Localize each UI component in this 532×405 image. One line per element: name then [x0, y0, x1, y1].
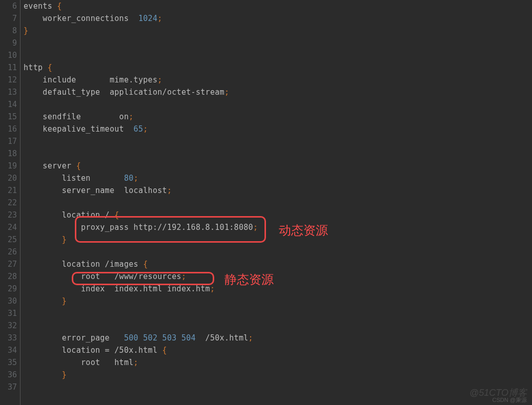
line-number: 30: [0, 295, 17, 307]
code-line: [24, 37, 532, 49]
code-line: }: [24, 295, 532, 307]
line-number: 10: [0, 49, 17, 61]
line-number: 22: [0, 197, 17, 209]
line-number: 13: [0, 86, 17, 98]
code-line: [24, 246, 532, 258]
line-number: 17: [0, 135, 17, 147]
code-line: location /images {: [24, 258, 532, 270]
code-line: [24, 147, 532, 160]
line-number: 9: [0, 37, 17, 49]
line-number: 29: [0, 283, 17, 295]
code-area[interactable]: events { worker_connections 1024; } http…: [21, 0, 532, 405]
code-line: default_type application/octet-stream;: [24, 86, 532, 98]
code-line: }: [24, 25, 532, 37]
code-line: [24, 381, 532, 393]
line-number: 26: [0, 246, 17, 258]
code-line: index index.html index.htm;: [24, 283, 532, 295]
code-line: worker_connections 1024;: [24, 12, 532, 25]
code-line: [24, 49, 532, 61]
line-number: 31: [0, 307, 17, 319]
code-line: http {: [24, 61, 532, 74]
line-number: 27: [0, 258, 17, 270]
line-number: 32: [0, 319, 17, 332]
line-number-gutter: 6 7 8 9 10 11 12 13 14 15 16 17 18 19 20…: [0, 0, 21, 405]
line-number: 21: [0, 184, 17, 197]
code-line: keepalive_timeout 65;: [24, 123, 532, 135]
code-editor: 6 7 8 9 10 11 12 13 14 15 16 17 18 19 20…: [0, 0, 532, 405]
code-line: server {: [24, 160, 532, 172]
line-number: 16: [0, 123, 17, 135]
code-line: root html;: [24, 356, 532, 369]
line-number: 19: [0, 160, 17, 172]
line-number: 25: [0, 233, 17, 246]
line-number: 37: [0, 381, 17, 393]
line-number: 36: [0, 369, 17, 381]
code-line: [24, 307, 532, 319]
code-line: }: [24, 369, 532, 381]
line-number: 33: [0, 332, 17, 344]
line-number: 8: [0, 25, 17, 37]
code-line: [24, 197, 532, 209]
code-line: [24, 319, 532, 332]
line-number: 12: [0, 74, 17, 86]
line-number: 35: [0, 356, 17, 369]
code-line: }: [24, 233, 532, 246]
line-number: 20: [0, 172, 17, 184]
line-number: 6: [0, 0, 17, 12]
code-line: location / {: [24, 209, 532, 221]
line-number: 18: [0, 147, 17, 160]
code-line: sendfile on;: [24, 111, 532, 123]
code-line: events {: [24, 0, 532, 12]
code-line: location = /50x.html {: [24, 344, 532, 356]
watermark: CSDN @秉源: [493, 396, 527, 404]
code-line: listen 80;: [24, 172, 532, 184]
line-number: 24: [0, 221, 17, 233]
line-number: 15: [0, 111, 17, 123]
line-number: 23: [0, 209, 17, 221]
line-number: 11: [0, 61, 17, 74]
line-number: 34: [0, 344, 17, 356]
line-number: 28: [0, 270, 17, 283]
line-number: 14: [0, 98, 17, 111]
code-line: [24, 135, 532, 147]
code-line: [24, 98, 532, 111]
code-line: server_name localhost;: [24, 184, 532, 197]
code-line: include mime.types;: [24, 74, 532, 86]
line-number: 7: [0, 12, 17, 25]
code-line: root /www/resources;: [24, 270, 532, 283]
code-line: error_page 500 502 503 504 /50x.html;: [24, 332, 532, 344]
code-line: proxy_pass http://192.168.8.101:8080;: [24, 221, 532, 233]
